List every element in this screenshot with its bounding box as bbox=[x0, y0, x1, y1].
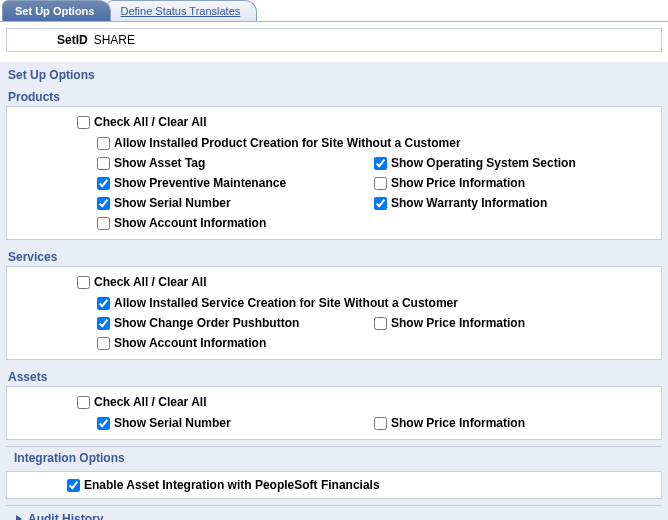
show-pm-row: Show Preventive Maintenance bbox=[97, 173, 374, 193]
show-price-row: Show Price Information bbox=[374, 173, 651, 193]
show-change-order-checkbox[interactable] bbox=[97, 317, 110, 330]
show-serial-row: Show Serial Number bbox=[97, 193, 374, 213]
services-check-all-row: Check All / Clear All bbox=[17, 273, 651, 293]
show-serial-label: Show Serial Number bbox=[114, 196, 231, 210]
svc-show-price-row: Show Price Information bbox=[374, 313, 651, 333]
allow-installed-service-checkbox[interactable] bbox=[97, 297, 110, 310]
allow-installed-service-label: Allow Installed Service Creation for Sit… bbox=[114, 296, 458, 310]
services-check-all-label: Check All / Clear All bbox=[94, 275, 206, 289]
svc-show-price-label: Show Price Information bbox=[391, 316, 525, 330]
show-pm-label: Show Preventive Maintenance bbox=[114, 176, 286, 190]
svc-show-account-checkbox[interactable] bbox=[97, 337, 110, 350]
allow-installed-product-label: Allow Installed Product Creation for Sit… bbox=[114, 136, 461, 150]
products-panel: Check All / Clear All Allow Installed Pr… bbox=[6, 106, 662, 240]
show-price-checkbox[interactable] bbox=[374, 177, 387, 190]
products-allow-installed-row: Allow Installed Product Creation for Sit… bbox=[97, 133, 651, 153]
integration-title: Integration Options bbox=[6, 446, 662, 465]
integration-panel: Enable Asset Integration with PeopleSoft… bbox=[6, 471, 662, 499]
assets-check-all-row: Check All / Clear All bbox=[17, 393, 651, 413]
assets-panel: Check All / Clear All Show Serial Number… bbox=[6, 386, 662, 440]
svc-show-account-row: Show Account Information bbox=[97, 333, 374, 353]
asset-show-price-checkbox[interactable] bbox=[374, 417, 387, 430]
show-asset-tag-row: Show Asset Tag bbox=[97, 153, 374, 173]
subsection-title-products: Products bbox=[0, 86, 668, 106]
show-asset-tag-label: Show Asset Tag bbox=[114, 156, 205, 170]
products-check-all-label: Check All / Clear All bbox=[94, 115, 206, 129]
triangle-right-icon bbox=[16, 515, 22, 520]
show-os-row: Show Operating System Section bbox=[374, 153, 651, 173]
tabs-row: Set Up Options Define Status Translates bbox=[0, 0, 668, 22]
show-warranty-checkbox[interactable] bbox=[374, 197, 387, 210]
show-os-label: Show Operating System Section bbox=[391, 156, 576, 170]
audit-history-toggle[interactable]: Audit History bbox=[6, 505, 662, 520]
show-serial-checkbox[interactable] bbox=[97, 197, 110, 210]
section-title-setup-options: Set Up Options bbox=[0, 62, 668, 86]
asset-show-serial-label: Show Serial Number bbox=[114, 416, 231, 430]
products-options: Allow Installed Product Creation for Sit… bbox=[17, 133, 651, 233]
show-warranty-label: Show Warranty Information bbox=[391, 196, 547, 210]
show-change-order-label: Show Change Order Pushbutton bbox=[114, 316, 299, 330]
svc-show-account-label: Show Account Information bbox=[114, 336, 266, 350]
tab-label: Define Status Translates bbox=[120, 5, 240, 17]
enable-asset-integration-checkbox[interactable] bbox=[67, 479, 80, 492]
enable-asset-integration-row: Enable Asset Integration with PeopleSoft… bbox=[67, 478, 651, 492]
show-account-checkbox[interactable] bbox=[97, 217, 110, 230]
page-root: Set Up Options Define Status Translates … bbox=[0, 0, 668, 520]
audit-history-label: Audit History bbox=[28, 512, 103, 520]
show-account-row: Show Account Information bbox=[97, 213, 374, 233]
asset-show-price-row: Show Price Information bbox=[374, 413, 651, 433]
services-options: Allow Installed Service Creation for Sit… bbox=[17, 293, 651, 353]
tab-label: Set Up Options bbox=[15, 5, 94, 17]
services-check-all-checkbox[interactable] bbox=[77, 276, 90, 289]
products-check-all-row: Check All / Clear All bbox=[17, 113, 651, 133]
tab-setup-options[interactable]: Set Up Options bbox=[2, 0, 111, 21]
asset-show-serial-row: Show Serial Number bbox=[97, 413, 374, 433]
products-check-all-checkbox[interactable] bbox=[77, 116, 90, 129]
asset-show-price-label: Show Price Information bbox=[391, 416, 525, 430]
services-panel: Check All / Clear All Allow Installed Se… bbox=[6, 266, 662, 360]
asset-show-serial-checkbox[interactable] bbox=[97, 417, 110, 430]
main-area: Set Up Options Products Check All / Clea… bbox=[0, 62, 668, 520]
show-change-order-row: Show Change Order Pushbutton bbox=[97, 313, 374, 333]
svc-show-price-checkbox[interactable] bbox=[374, 317, 387, 330]
show-asset-tag-checkbox[interactable] bbox=[97, 157, 110, 170]
show-pm-checkbox[interactable] bbox=[97, 177, 110, 190]
show-os-checkbox[interactable] bbox=[374, 157, 387, 170]
assets-check-all-checkbox[interactable] bbox=[77, 396, 90, 409]
show-price-label: Show Price Information bbox=[391, 176, 525, 190]
show-warranty-row: Show Warranty Information bbox=[374, 193, 651, 213]
assets-options: Show Serial Number Show Price Informatio… bbox=[17, 413, 651, 433]
subsection-title-services: Services bbox=[0, 246, 668, 266]
show-account-label: Show Account Information bbox=[114, 216, 266, 230]
enable-asset-integration-label: Enable Asset Integration with PeopleSoft… bbox=[84, 478, 380, 492]
setid-value: SHARE bbox=[94, 33, 135, 47]
subsection-title-assets: Assets bbox=[0, 366, 668, 386]
allow-installed-product-checkbox[interactable] bbox=[97, 137, 110, 150]
services-allow-installed-row: Allow Installed Service Creation for Sit… bbox=[97, 293, 651, 313]
tab-define-status-translates[interactable]: Define Status Translates bbox=[107, 0, 257, 21]
setid-bar: SetID SHARE bbox=[6, 28, 662, 52]
assets-check-all-label: Check All / Clear All bbox=[94, 395, 206, 409]
setid-label: SetID bbox=[57, 33, 88, 47]
